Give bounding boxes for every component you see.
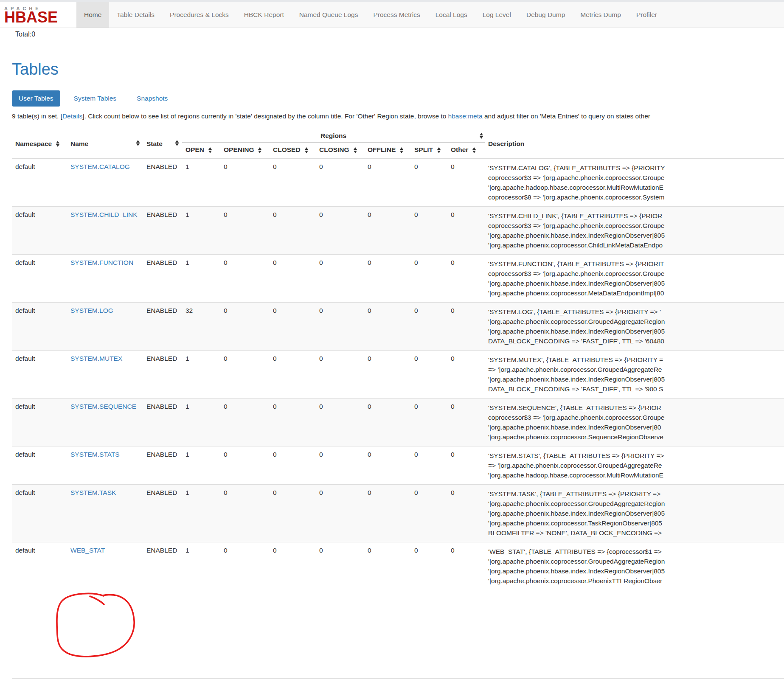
opening-count[interactable]: 0: [220, 158, 270, 207]
closing-count[interactable]: 0: [316, 303, 364, 351]
navbar-item[interactable]: Process Metrics: [365, 2, 427, 28]
other-count[interactable]: 0: [447, 207, 485, 255]
navbar-item[interactable]: Log Level: [475, 2, 519, 28]
table-name-link[interactable]: SYSTEM.TASK: [70, 489, 116, 496]
hbase-meta-link[interactable]: hbase:meta: [448, 112, 483, 120]
navbar-item-link[interactable]: Debug Dump: [519, 2, 573, 28]
opening-count[interactable]: 0: [220, 351, 270, 399]
navbar-item[interactable]: Debug Dump: [519, 2, 573, 28]
other-count[interactable]: 0: [447, 399, 485, 446]
sort-icon[interactable]: [208, 147, 212, 153]
offline-count[interactable]: 0: [364, 303, 411, 351]
closed-count[interactable]: 0: [270, 485, 316, 542]
offline-count[interactable]: 0: [364, 207, 411, 255]
split-count[interactable]: 0: [411, 255, 447, 303]
split-count[interactable]: 0: [411, 207, 447, 255]
tab-snapshots[interactable]: Snapshots: [130, 90, 181, 107]
offline-count[interactable]: 0: [364, 399, 411, 446]
offline-count[interactable]: 0: [364, 351, 411, 399]
hbase-logo[interactable]: APACHE HBASE: [0, 2, 76, 28]
sort-icon[interactable]: [400, 147, 403, 153]
sort-icon[interactable]: [472, 147, 476, 153]
closing-count[interactable]: 0: [316, 542, 364, 590]
split-count[interactable]: 0: [411, 446, 447, 485]
opening-count[interactable]: 0: [220, 255, 270, 303]
tab-system-tables[interactable]: System Tables: [67, 90, 130, 107]
table-name-link[interactable]: SYSTEM.MUTEX: [70, 355, 122, 362]
closing-count[interactable]: 0: [316, 399, 364, 446]
navbar-item[interactable]: Procedures & Locks: [162, 2, 236, 28]
open-count[interactable]: 1: [182, 399, 220, 446]
tab-user-tables-link[interactable]: User Tables: [12, 90, 60, 107]
sort-icon[interactable]: [354, 147, 357, 153]
opening-count[interactable]: 0: [220, 303, 270, 351]
tab-user-tables[interactable]: User Tables: [12, 90, 67, 107]
other-count[interactable]: 0: [447, 158, 485, 207]
open-count[interactable]: 1: [182, 542, 220, 590]
closing-count[interactable]: 0: [316, 446, 364, 485]
closing-count[interactable]: 0: [316, 158, 364, 207]
split-count[interactable]: 0: [411, 485, 447, 542]
split-count[interactable]: 0: [411, 303, 447, 351]
table-name-link[interactable]: SYSTEM.LOG: [70, 307, 113, 314]
split-count[interactable]: 0: [411, 351, 447, 399]
open-count[interactable]: 1: [182, 255, 220, 303]
navbar-item[interactable]: Table Details: [109, 2, 162, 28]
navbar-item-link[interactable]: Procedures & Locks: [162, 2, 236, 28]
tab-snapshots-link[interactable]: Snapshots: [130, 90, 174, 107]
sort-icon[interactable]: [437, 147, 441, 153]
sort-icon[interactable]: [175, 140, 179, 146]
closed-count[interactable]: 0: [270, 542, 316, 590]
open-count[interactable]: 1: [182, 351, 220, 399]
sort-icon[interactable]: [305, 147, 308, 153]
navbar-item-link[interactable]: Table Details: [109, 2, 162, 28]
table-name-link[interactable]: WEB_STAT: [70, 547, 105, 554]
opening-count[interactable]: 0: [220, 542, 270, 590]
other-count[interactable]: 0: [447, 542, 485, 590]
table-name-link[interactable]: SYSTEM.FUNCTION: [70, 259, 133, 266]
offline-count[interactable]: 0: [364, 446, 411, 485]
other-count[interactable]: 0: [447, 485, 485, 542]
navbar-item[interactable]: Local Logs: [428, 2, 475, 28]
navbar-item-link[interactable]: HBCK Report: [236, 2, 292, 28]
other-count[interactable]: 0: [447, 351, 485, 399]
navbar-item-link[interactable]: Metrics Dump: [573, 2, 629, 28]
navbar-item-link[interactable]: Process Metrics: [365, 2, 427, 28]
tab-system-tables-link[interactable]: System Tables: [67, 90, 124, 107]
navbar-item[interactable]: HBCK Report: [236, 2, 292, 28]
open-count[interactable]: 1: [182, 446, 220, 485]
closed-count[interactable]: 0: [270, 446, 316, 485]
sort-icon[interactable]: [258, 147, 261, 153]
table-name-link[interactable]: SYSTEM.CHILD_LINK: [70, 211, 138, 218]
opening-count[interactable]: 0: [220, 399, 270, 446]
offline-count[interactable]: 0: [364, 485, 411, 542]
closed-count[interactable]: 0: [270, 158, 316, 207]
table-name-link[interactable]: SYSTEM.STATS: [70, 451, 120, 458]
closing-count[interactable]: 0: [316, 351, 364, 399]
open-count[interactable]: 1: [182, 485, 220, 542]
navbar-item[interactable]: Named Queue Logs: [292, 2, 366, 28]
closed-count[interactable]: 0: [270, 399, 316, 446]
split-count[interactable]: 0: [411, 158, 447, 207]
open-count[interactable]: 32: [182, 303, 220, 351]
split-count[interactable]: 0: [411, 542, 447, 590]
open-count[interactable]: 1: [182, 158, 220, 207]
closing-count[interactable]: 0: [316, 255, 364, 303]
closing-count[interactable]: 0: [316, 207, 364, 255]
navbar-item[interactable]: Profiler: [629, 2, 665, 28]
sort-icon[interactable]: [136, 140, 140, 146]
closed-count[interactable]: 0: [270, 351, 316, 399]
open-count[interactable]: 1: [182, 207, 220, 255]
navbar-item[interactable]: Metrics Dump: [573, 2, 629, 28]
navbar-item-link[interactable]: Local Logs: [428, 2, 475, 28]
table-name-link[interactable]: SYSTEM.CATALOG: [70, 163, 130, 170]
navbar-item-link[interactable]: Named Queue Logs: [292, 2, 366, 28]
navbar-item[interactable]: Home: [76, 2, 109, 28]
offline-count[interactable]: 0: [364, 255, 411, 303]
offline-count[interactable]: 0: [364, 542, 411, 590]
sort-icon[interactable]: [56, 141, 59, 147]
other-count[interactable]: 0: [447, 255, 485, 303]
navbar-item-link[interactable]: Log Level: [475, 2, 519, 28]
opening-count[interactable]: 0: [220, 207, 270, 255]
table-name-link[interactable]: SYSTEM.SEQUENCE: [70, 403, 136, 410]
